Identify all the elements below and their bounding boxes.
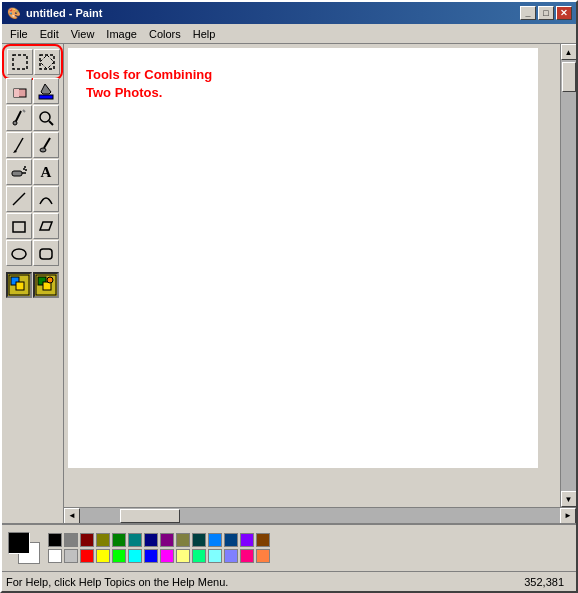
fill-tool[interactable] (33, 78, 59, 104)
vertical-scrollbar: ▲ ▼ (560, 44, 576, 507)
color-swatch[interactable] (192, 549, 206, 563)
palette-row-1 (48, 533, 270, 547)
svg-line-21 (13, 193, 25, 205)
color-swatch[interactable] (112, 549, 126, 563)
svg-rect-25 (40, 249, 52, 259)
status-coordinates: 352,381 (524, 576, 572, 588)
window-controls: _ □ ✕ (520, 6, 572, 20)
color-swatch[interactable] (128, 533, 142, 547)
menu-bar: File Edit View Image Colors Help (2, 24, 576, 44)
svg-rect-6 (39, 95, 53, 99)
color-swatch[interactable] (208, 533, 222, 547)
menu-colors[interactable]: Colors (143, 26, 187, 42)
svg-rect-28 (16, 282, 24, 290)
menu-file[interactable]: File (4, 26, 34, 42)
horizontal-scrollbar: ◄ ► (64, 507, 576, 523)
minimize-button[interactable]: _ (520, 6, 536, 20)
magnify-tool[interactable] (33, 105, 59, 131)
special-tool-2[interactable] (33, 272, 59, 298)
select-free-tool[interactable] (34, 49, 60, 75)
color-swatch[interactable] (96, 549, 110, 563)
color-swatch[interactable] (80, 549, 94, 563)
app-icon: 🎨 (6, 5, 22, 21)
svg-line-9 (23, 110, 25, 112)
status-help-text: For Help, click Help Topics on the Help … (6, 576, 524, 588)
svg-rect-0 (13, 55, 27, 69)
scroll-up-button[interactable]: ▲ (561, 44, 577, 60)
color-swatch[interactable] (224, 533, 238, 547)
pencil-tool[interactable] (6, 132, 32, 158)
color-selector (8, 532, 40, 564)
color-swatch[interactable] (144, 533, 158, 547)
main-window: 🎨 untitled - Paint _ □ ✕ File Edit View … (0, 0, 578, 593)
color-swatch[interactable] (64, 549, 78, 563)
color-swatch[interactable] (256, 533, 270, 547)
line-tool[interactable] (6, 186, 32, 212)
color-swatch[interactable] (192, 533, 206, 547)
scroll-down-button[interactable]: ▼ (561, 491, 577, 507)
color-swatch[interactable] (176, 549, 190, 563)
color-palette-bar (2, 523, 576, 571)
color-swatch[interactable] (224, 549, 238, 563)
svg-line-11 (49, 121, 53, 125)
ellipse-tool[interactable] (6, 240, 32, 266)
menu-edit[interactable]: Edit (34, 26, 65, 42)
color-swatch[interactable] (128, 549, 142, 563)
scroll-track-h[interactable] (80, 508, 560, 524)
svg-point-24 (12, 249, 26, 259)
rect-tool[interactable] (6, 213, 32, 239)
svg-line-12 (15, 138, 23, 152)
airbrush-tool[interactable] (6, 159, 32, 185)
close-button[interactable]: ✕ (556, 6, 572, 20)
curve-tool[interactable] (33, 186, 59, 212)
scroll-thumb-h[interactable] (120, 509, 180, 523)
menu-help[interactable]: Help (187, 26, 222, 42)
color-swatch[interactable] (48, 533, 62, 547)
color-swatch[interactable] (160, 533, 174, 547)
scroll-left-button[interactable]: ◄ (64, 508, 80, 524)
foreground-color-box[interactable] (8, 532, 30, 554)
color-swatch[interactable] (96, 533, 110, 547)
scroll-thumb-v[interactable] (562, 62, 576, 92)
color-swatch[interactable] (48, 549, 62, 563)
text-tool[interactable]: A (33, 159, 59, 185)
svg-point-20 (24, 166, 26, 168)
eyedropper-tool[interactable] (6, 105, 32, 131)
color-swatch[interactable] (240, 533, 254, 547)
window-title: untitled - Paint (26, 7, 520, 19)
svg-rect-4 (14, 89, 19, 97)
svg-point-18 (23, 168, 25, 170)
svg-marker-5 (41, 84, 51, 94)
color-swatch[interactable] (112, 533, 126, 547)
svg-point-8 (13, 121, 17, 125)
scroll-track-v[interactable] (561, 60, 577, 491)
color-swatch[interactable] (144, 549, 158, 563)
menu-view[interactable]: View (65, 26, 101, 42)
color-swatch[interactable] (80, 533, 94, 547)
svg-rect-1 (40, 55, 54, 69)
select-rect-tool[interactable] (7, 49, 33, 75)
scroll-right-button[interactable]: ► (560, 508, 576, 524)
canvas-scroll-area[interactable]: Tools for Combining Two Photos. (64, 44, 560, 507)
color-swatch[interactable] (256, 549, 270, 563)
color-swatch[interactable] (160, 549, 174, 563)
special-tool-1[interactable] (6, 272, 32, 298)
color-swatch[interactable] (64, 533, 78, 547)
color-swatch[interactable] (176, 533, 190, 547)
color-swatch[interactable] (208, 549, 222, 563)
eraser-tool[interactable] (6, 78, 32, 104)
rounded-rect-tool[interactable] (33, 240, 59, 266)
title-bar: 🎨 untitled - Paint _ □ ✕ (2, 2, 576, 24)
status-bar: For Help, click Help Topics on the Help … (2, 571, 576, 591)
brush-tool[interactable] (33, 132, 59, 158)
color-swatch[interactable] (240, 549, 254, 563)
drawing-canvas[interactable]: Tools for Combining Two Photos. (68, 48, 538, 468)
color-palette (48, 533, 270, 563)
parallelogram-tool[interactable] (33, 213, 59, 239)
svg-point-32 (47, 277, 53, 283)
maximize-button[interactable]: □ (538, 6, 554, 20)
toolbar: A (2, 44, 64, 523)
svg-rect-16 (12, 171, 22, 176)
svg-marker-23 (40, 222, 52, 230)
menu-image[interactable]: Image (100, 26, 143, 42)
